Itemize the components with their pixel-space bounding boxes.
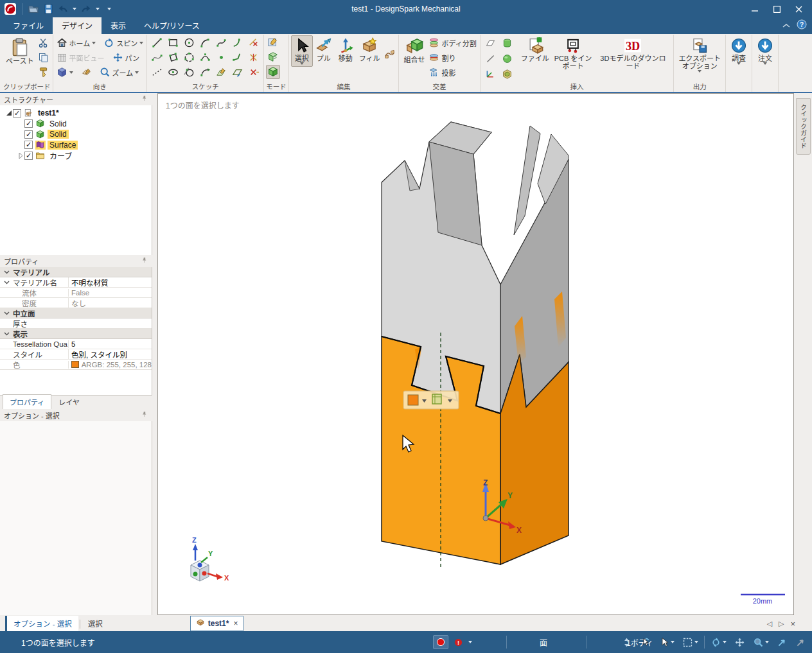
customize-qat-caret[interactable]	[107, 8, 111, 10]
ribbon-button-プル[interactable]: プル	[313, 35, 335, 64]
open-file-button[interactable]	[28, 3, 39, 15]
expander-open-icon[interactable]	[5, 110, 13, 116]
ribbon-button-sk-arc-3pt[interactable]	[199, 51, 213, 65]
visibility-checkbox[interactable]: ✓	[24, 130, 33, 139]
ribbon-button-sk-rect[interactable]	[166, 36, 181, 50]
app-logo-icon[interactable]	[4, 3, 17, 15]
ribbon-button-ペースト[interactable]: ペースト	[3, 35, 36, 67]
ribbon-button-sk-rect-3pt[interactable]	[166, 51, 181, 65]
minimize-button[interactable]	[745, 2, 764, 16]
ribbon-button-line-seg[interactable]	[484, 51, 498, 65]
ribbon-button-copy[interactable]	[36, 50, 50, 64]
ribbon-button-割り[interactable]: 割り	[427, 50, 477, 65]
pin-icon[interactable]	[141, 257, 148, 266]
tree-item-Solid[interactable]: ✓Solid	[0, 119, 152, 130]
property-value[interactable]: なし	[68, 298, 152, 308]
close-button[interactable]	[789, 2, 808, 16]
property-row-密度[interactable]: 密度なし	[0, 298, 152, 308]
status-tool-cursor-w[interactable]	[657, 636, 676, 649]
visibility-checkbox[interactable]: ✓	[24, 141, 33, 149]
ribbon-button-PCB-をイン-ポート[interactable]: PCB をイン ポート	[552, 35, 595, 72]
ribbon-button-sk-trim[interactable]	[247, 36, 261, 50]
ribbon-button-cut[interactable]	[36, 35, 50, 49]
ribbon-button-組合せ[interactable]: 組合せ	[401, 35, 427, 65]
ribbon-button-sk-line[interactable]	[150, 36, 164, 50]
property-section-表示[interactable]: 表示	[0, 329, 152, 339]
property-row-厚さ[interactable]: 厚さ	[0, 318, 152, 329]
dropdown-caret[interactable]	[300, 62, 304, 65]
property-section-中立面[interactable]: 中立面	[0, 308, 152, 318]
property-row-スタイル[interactable]: スタイル色別, スタイル別	[0, 349, 152, 360]
ribbon-button-投影[interactable]: 投影	[427, 65, 477, 80]
maximize-button[interactable]	[767, 2, 786, 16]
ribbon-button-sk-bend[interactable]	[231, 51, 245, 65]
ribbon-button-mode-section[interactable]	[266, 50, 280, 64]
ribbon-button-axes[interactable]	[484, 67, 498, 81]
status-tool-stepper[interactable]	[619, 636, 634, 649]
ribbon-button-選択[interactable]: 選択	[291, 35, 313, 67]
ribbon-button-sk-circle-3pt[interactable]	[182, 51, 197, 65]
property-value[interactable]: 不明な材質	[68, 277, 152, 288]
menu-tab-ヘルプ/リソース[interactable]: ヘルプ/リソース	[135, 17, 209, 34]
property-value[interactable]: 5	[68, 340, 152, 348]
ribbon-button-スピン[interactable]: スピン	[102, 35, 145, 50]
ribbon-button-sk-circle[interactable]	[182, 36, 197, 50]
panel-tab-レイヤ[interactable]: レイヤ	[52, 395, 86, 409]
visibility-checkbox[interactable]: ✓	[13, 109, 21, 118]
ribbon-button-shell[interactable]	[500, 67, 515, 81]
ribbon-button-sk-fill-pencil[interactable]	[215, 65, 229, 80]
ribbon-button-sk-project-sketch[interactable]	[231, 65, 245, 80]
alert-button[interactable]: !	[452, 636, 465, 649]
dropdown-caret[interactable]	[92, 42, 96, 44]
pin-icon[interactable]	[141, 95, 148, 104]
ribbon-button-sk-ellipse[interactable]	[166, 65, 181, 80]
menu-tab-デザイン[interactable]: デザイン	[53, 17, 102, 34]
property-value[interactable]: False	[68, 289, 152, 297]
redo-caret[interactable]	[96, 8, 100, 10]
property-row-流体[interactable]: 流体False	[0, 288, 152, 298]
ribbon-button-移動[interactable]: 移動	[335, 35, 357, 64]
ribbon-button-sk-circle-tangent[interactable]	[182, 65, 197, 80]
undo-caret[interactable]	[73, 8, 76, 10]
visibility-checkbox[interactable]: ✓	[24, 119, 33, 128]
visibility-checkbox[interactable]: ✓	[24, 152, 33, 160]
ribbon-button-view-cube[interactable]	[55, 65, 75, 80]
property-row-Tessellation Qua[interactable]: Tessellation Qua5	[0, 339, 152, 349]
quick-guide-tab[interactable]: クイックガイド	[796, 98, 811, 155]
ribbon-button-ズーム[interactable]: ズーム	[98, 65, 141, 80]
menu-tab-ファイル[interactable]: ファイル	[4, 17, 53, 34]
dock-tab-選択[interactable]: 選択	[82, 616, 109, 631]
expander-closed-icon[interactable]	[17, 153, 24, 159]
dropdown-caret[interactable]	[763, 62, 767, 65]
dropdown-caret[interactable]	[139, 42, 143, 44]
status-tool-arrow-ne-gray[interactable]	[793, 636, 808, 649]
ribbon-button-plane[interactable]	[484, 36, 498, 50]
ribbon-button-3Dモデルのダウンロード[interactable]: 3D3Dモデルのダウンロード	[594, 35, 671, 72]
panel-tab-プロパティ[interactable]: プロパティ	[3, 394, 51, 409]
record-button[interactable]	[433, 635, 448, 649]
status-tool-arrow-ne-blue[interactable]	[775, 636, 790, 649]
document-close-icon[interactable]: ×	[233, 619, 238, 628]
property-section-マテリアル[interactable]: マテリアル	[0, 267, 152, 277]
mini-toolbar[interactable]	[403, 391, 459, 409]
ribbon-button-エクスポート-オプション[interactable]: エクスポート オプション	[676, 35, 723, 74]
collapse-ribbon-button[interactable]	[782, 21, 790, 30]
ribbon-button-sk-spline[interactable]	[150, 51, 164, 65]
tree-item-Surface[interactable]: ✓Surface	[0, 140, 152, 151]
dropdown-caret[interactable]	[698, 70, 702, 73]
ribbon-button-ファイル[interactable]: ファイル	[518, 35, 552, 64]
color-swatch-button[interactable]	[408, 395, 418, 405]
ribbon-button-sk-arc-corner[interactable]	[231, 36, 245, 50]
tree-item-test1[interactable]: ✓test1*	[0, 108, 152, 119]
ribbon-button-sk-point[interactable]	[215, 51, 229, 65]
tab-scroll-right[interactable]: ▷	[779, 620, 784, 628]
property-row-マテリアル名[interactable]: マテリアル名不明な材質	[0, 277, 152, 288]
save-button[interactable]	[43, 4, 53, 14]
ribbon-button-フィル[interactable]: フィル	[357, 35, 383, 64]
status-tool-orbit[interactable]	[709, 636, 728, 649]
ribbon-button-sphere[interactable]	[500, 51, 515, 65]
ribbon-button-blend[interactable]	[382, 47, 396, 61]
ribbon-button-mode-solid[interactable]	[266, 65, 280, 79]
design-canvas[interactable]: 1つの面を選択します	[157, 93, 794, 615]
ribbon-button-平面ビュー[interactable]: 平面ビュー	[55, 50, 106, 65]
